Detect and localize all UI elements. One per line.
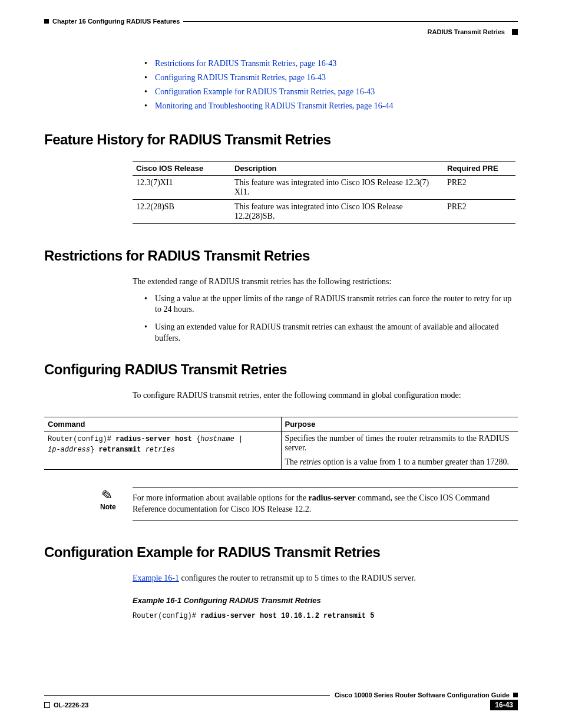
- page-footer: Cisco 10000 Series Router Software Confi…: [44, 691, 518, 710]
- footer-doc: OL-2226-23: [44, 701, 88, 709]
- heading-feature-history: Feature History for RADIUS Transmit Retr…: [44, 131, 518, 148]
- toc-link-example[interactable]: Configuration Example for RADIUS Transmi…: [155, 87, 375, 96]
- fh-col-pre: Required PRE: [444, 162, 515, 176]
- table-row: Router(config)# radius-server host {host…: [44, 431, 518, 469]
- heading-restrictions: Restrictions for RADIUS Transmit Retries: [44, 248, 518, 264]
- heading-example: Configuration Example for RADIUS Transmi…: [44, 544, 518, 561]
- fh-col-desc: Description: [231, 162, 444, 176]
- fh-col-release: Cisco IOS Release: [133, 162, 231, 176]
- page-number: 16-43: [490, 700, 518, 710]
- header-marker-right: [512, 29, 518, 35]
- page-header-sub: RADIUS Transmit Retries: [44, 28, 518, 35]
- toc-link-restrictions[interactable]: Restrictions for RADIUS Transmit Retries…: [155, 59, 336, 68]
- purpose-cell: Specifies the number of times the router…: [281, 431, 518, 469]
- list-item: Using an extended value for RADIUS trans…: [144, 322, 518, 343]
- page-header-top: Chapter 16 Configuring RADIUS Features: [44, 18, 518, 25]
- note-body: For more information about available opt…: [133, 487, 518, 521]
- header-section: RADIUS Transmit Retries: [428, 28, 505, 35]
- cmd-col-command: Command: [44, 417, 281, 431]
- list-item: Using a value at the upper limits of the…: [144, 294, 518, 315]
- command-table: Command Purpose Router(config)# radius-s…: [44, 417, 518, 470]
- toc-link-monitoring[interactable]: Monitoring and Troubleshooting RADIUS Tr…: [155, 101, 393, 110]
- configuring-intro: To configure RADIUS transmit retries, en…: [133, 391, 518, 400]
- footer-guide: Cisco 10000 Series Router Software Confi…: [335, 691, 510, 699]
- toc-list: Restrictions for RADIUS Transmit Retries…: [44, 59, 518, 111]
- feature-history-table: Cisco IOS Release Description Required P…: [133, 161, 515, 224]
- table-row: 12.3(7)XI1 This feature was integrated i…: [133, 176, 515, 200]
- restrictions-intro: The extended range of RADIUS transmit re…: [133, 277, 518, 286]
- cmd-col-purpose: Purpose: [281, 417, 518, 431]
- restrictions-list: Using a value at the upper limits of the…: [44, 294, 518, 344]
- header-marker: [44, 19, 49, 24]
- toc-link-configuring[interactable]: Configuring RADIUS Transmit Retries, pag…: [155, 73, 326, 82]
- chapter-label: Chapter 16 Configuring RADIUS Features: [52, 18, 180, 25]
- footer-marker: [513, 693, 518, 697]
- command-cell: Router(config)# radius-server host {host…: [44, 431, 281, 469]
- heading-configuring: Configuring RADIUS Transmit Retries: [44, 361, 518, 378]
- example-link[interactable]: Example 16-1: [133, 574, 179, 582]
- example-intro: Example 16-1 configures the router to re…: [133, 574, 518, 583]
- example-caption: Example 16-1 Configuring RADIUS Transmit…: [133, 596, 518, 605]
- table-row: 12.2(28)SB This feature was integrated i…: [133, 200, 515, 224]
- note-block: ✎ Note For more information about availa…: [100, 487, 518, 521]
- example-code: Router(config)# radius-server host 10.16…: [133, 612, 518, 620]
